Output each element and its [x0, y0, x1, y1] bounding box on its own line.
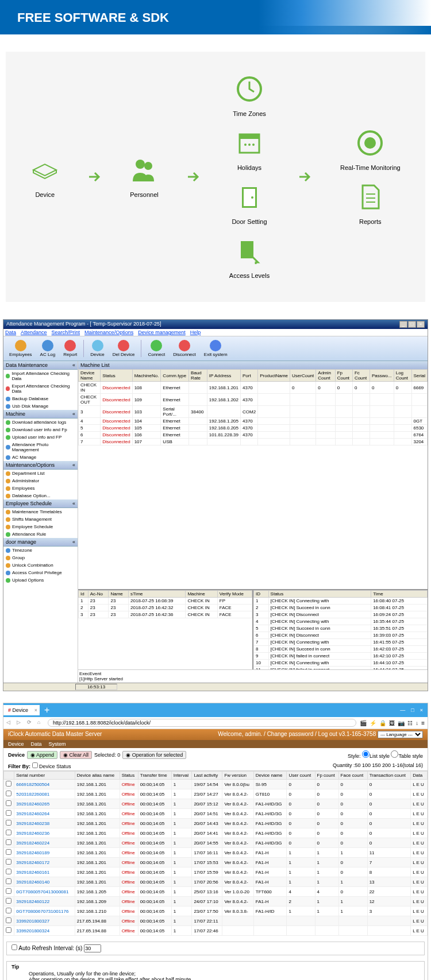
new-tab-button[interactable]: + — [40, 705, 54, 715]
sidebar-item[interactable]: Department List — [3, 470, 78, 477]
sidebar-section-header[interactable]: Data Maintenance« — [3, 361, 78, 370]
table-row[interactable]: 10[CHECK IN] Connecting with16:44:10 07-… — [254, 660, 428, 667]
toolbar-icon[interactable]: 🖼 — [389, 720, 395, 726]
server-menu-item[interactable]: System — [49, 741, 66, 747]
table-row[interactable]: 223232018-07-25 16:42:32CHECK INFACE — [79, 605, 252, 611]
clear-all-button[interactable]: ◉ Clear All — [60, 751, 92, 759]
sidebar-item[interactable]: Employees — [3, 485, 78, 492]
table-row[interactable]: 3929182460238192.168.1.201Offline00:00;1… — [4, 819, 428, 828]
table-row[interactable]: 6Disconnected106Ethernet101.81.228.39437… — [79, 432, 428, 439]
sidebar-item[interactable]: Upload user info and FP — [3, 433, 78, 441]
refresh-icon[interactable]: ⟳ — [27, 719, 34, 726]
sidebar-item[interactable]: Attendance Rule — [3, 530, 78, 538]
sidebar-item[interactable]: Timezone — [3, 547, 78, 554]
row-checkbox[interactable] — [6, 898, 11, 904]
device-status-filter[interactable] — [32, 762, 38, 768]
sidebar-item[interactable]: Unlock Combination — [3, 561, 78, 569]
toolbar-button[interactable]: AC Log — [37, 339, 59, 358]
toolbar-button[interactable]: Exit system — [201, 339, 231, 358]
toolbar-button[interactable]: Connect — [144, 339, 168, 358]
browser-tab[interactable]: # Device × — [3, 705, 40, 715]
sidebar-item[interactable]: Backup Database — [3, 395, 78, 402]
maximize-button[interactable]: □ — [408, 321, 416, 328]
menu-item[interactable]: Data — [5, 330, 16, 335]
sidebar-item[interactable]: Shifts Management — [3, 516, 78, 523]
row-checkbox[interactable] — [6, 830, 11, 835]
table-row[interactable]: 3929182460140192.168.1.201Offline00:00;1… — [4, 877, 428, 887]
operation-button[interactable]: ◉ Operation for selected — [122, 751, 186, 759]
sidebar-item[interactable]: Access Control Privilege — [3, 569, 78, 576]
row-checkbox[interactable] — [6, 888, 11, 894]
sidebar-item[interactable]: Download attendance logs — [3, 419, 78, 426]
row-checkbox[interactable] — [6, 859, 11, 865]
sidebar-section-header[interactable]: door manage« — [3, 538, 78, 547]
toolbar-button[interactable]: Employees — [6, 339, 36, 358]
table-row[interactable]: 7[CHECK IN] Connecting with16:41:55 07-2… — [254, 639, 428, 646]
table-row[interactable]: 9[CHECK IN] failed in connect16:42:10 07… — [254, 653, 428, 660]
sidebar-item[interactable]: Import Attendance Checking Data — [3, 370, 78, 382]
table-row[interactable]: 7Disconnected107USB3204 — [79, 439, 428, 446]
table-row[interactable]: 4Disconnected104Ethernet192.168.1.205437… — [79, 418, 428, 425]
table-row[interactable]: 4[CHECK IN] Connecting with16:35:44 07-2… — [254, 618, 428, 625]
table-row[interactable]: 3929182460122192.168.1.209Offline00:00;1… — [4, 897, 428, 907]
menu-item[interactable]: Attendance — [21, 330, 47, 335]
menu-item[interactable]: Search/Print — [52, 330, 80, 335]
sidebar-item[interactable]: Export Attendance Checking Data — [3, 382, 78, 395]
table-row[interactable]: 123232018-07-25 16:08:39CHECK INFP — [79, 598, 252, 605]
toolbar-icon[interactable]: ↓ — [415, 720, 418, 726]
table-row[interactable]: 0GT70800570413000081192.168.1.205Offline… — [4, 887, 428, 897]
table-row[interactable]: 5203182260081192.168.1.201Offline00:00;1… — [4, 789, 428, 799]
menu-item[interactable]: Help — [190, 330, 201, 335]
tab-close-icon[interactable]: × — [34, 707, 37, 713]
browser-minimize[interactable]: — — [400, 707, 405, 713]
table-style-radio[interactable] — [391, 750, 398, 758]
row-checkbox[interactable] — [6, 781, 11, 787]
menu-item[interactable]: Maintenance/Options — [84, 330, 133, 335]
table-row[interactable]: 3399201800327217.65.194.88Offline00:00;1… — [4, 916, 428, 926]
table-row[interactable]: 6669182500504192.168.1.201Offline00:00;1… — [4, 780, 428, 789]
sidebar-item[interactable]: Upload Options — [3, 576, 78, 584]
table-row[interactable]: CHECK OUTDisconnected109Ethernet192.168.… — [79, 394, 428, 406]
row-checkbox[interactable] — [6, 791, 11, 796]
list-style-radio[interactable] — [362, 750, 370, 758]
table-row[interactable]: 3929182460224192.168.1.201Offline00:00;1… — [4, 838, 428, 848]
toolbar-button[interactable]: Disconnect — [170, 339, 199, 358]
sidebar-item[interactable]: Download user info and Fp — [3, 426, 78, 433]
row-checkbox[interactable] — [6, 927, 11, 933]
sidebar-item[interactable]: Administrator — [3, 477, 78, 485]
toolbar-button[interactable]: Device — [87, 339, 107, 358]
append-button[interactable]: ◉ Append — [27, 751, 57, 759]
table-row[interactable]: 3929182460161192.168.1.201Offline00:00;1… — [4, 867, 428, 877]
menu-item[interactable]: Device management — [138, 330, 186, 335]
table-row[interactable]: 5[CHECK IN] Succeed in conn16:35:51 07-2… — [254, 625, 428, 632]
row-checkbox[interactable] — [6, 908, 11, 913]
device-table[interactable]: Serial numberDevice alias nameStatusTran… — [3, 771, 428, 936]
minimize-button[interactable]: _ — [399, 321, 407, 328]
toolbar-button[interactable]: Report — [60, 339, 80, 358]
table-row[interactable]: 1[CHECK IN] Connecting with16:08:40 07-2… — [254, 598, 428, 605]
toolbar-icon[interactable]: ⚡ — [370, 720, 376, 726]
table-row[interactable]: CHECK INDisconnected108Ethernet192.168.1… — [79, 382, 428, 394]
machine-list-grid[interactable]: Device NameStatusMachineNo.Comm.typeBaud… — [78, 369, 428, 589]
server-menu-item[interactable]: Device — [8, 741, 24, 747]
row-checkbox[interactable] — [6, 839, 11, 845]
sidebar-item[interactable]: Group — [3, 554, 78, 561]
sidebar-item[interactable]: Maintenance Timetables — [3, 508, 78, 516]
back-icon[interactable]: ◁ — [6, 719, 13, 726]
row-checkbox[interactable] — [6, 878, 11, 884]
table-row[interactable]: 3929182460236192.168.1.201Offline00:00;1… — [4, 828, 428, 838]
table-row[interactable]: 3399201800324217.65.194.88Offline00:00;1… — [4, 926, 428, 936]
auto-refresh-checkbox[interactable] — [11, 944, 17, 950]
right-log-grid[interactable]: IDStatusTime1[CHECK IN] Connecting with1… — [253, 590, 428, 669]
forward-icon[interactable]: ▷ — [17, 719, 24, 726]
browser-maximize[interactable]: □ — [411, 707, 414, 713]
table-row[interactable]: 3929182460189192.168.1.201Offline00:00;1… — [4, 848, 428, 858]
table-row[interactable]: 6[CHECK IN] Disconnect16:39:03 07-25 — [254, 632, 428, 639]
table-row[interactable]: 3[CHECK IN] Disconnect16:09:24 07-25 — [254, 611, 428, 618]
language-select[interactable]: --- Language --- — [378, 731, 423, 738]
sidebar-item[interactable]: Usb Disk Manage — [3, 402, 78, 410]
url-input[interactable] — [48, 719, 356, 727]
table-row[interactable]: 3929182460265192.168.1.201Offline00:00;1… — [4, 799, 428, 809]
table-row[interactable]: 3929182460264192.168.1.201Offline00:00;1… — [4, 809, 428, 819]
sidebar-section-header[interactable]: Maintenance/Options« — [3, 461, 78, 470]
